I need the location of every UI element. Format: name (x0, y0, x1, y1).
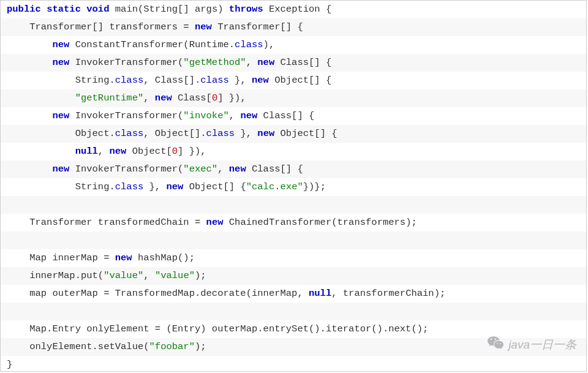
text: ChainedTransformer(transformers); (223, 217, 417, 228)
text: Exception { (269, 4, 331, 15)
code-line: new InvokerTransformer("exec", new Class… (1, 160, 586, 178)
code-line: new InvokerTransformer("getMethod", new … (1, 54, 586, 72)
keyword: void (86, 4, 109, 15)
code-line: null, new Object[0] }), (1, 143, 586, 160)
text: Object[] { (269, 75, 331, 86)
string: "exec" (183, 164, 217, 175)
number: 0 (212, 92, 217, 104)
text: Class[ (172, 92, 212, 104)
keyword: new (240, 110, 257, 121)
code-line: innerMap.put("value", "value"); (1, 267, 586, 285)
code-line (1, 303, 586, 320)
text: , (217, 164, 229, 175)
text: Transformer[] transformers = (29, 21, 195, 32)
text: ] }), (178, 146, 206, 157)
text: InvokerTransformer( (69, 164, 183, 175)
text: Transformer[] { (212, 21, 303, 32)
keyword: new (195, 21, 212, 32)
text: InvokerTransformer( (69, 57, 183, 68)
string: "value" (104, 270, 143, 281)
keyword: new (252, 75, 269, 86)
text: Transformer transformedChain = (29, 217, 206, 228)
text: Object[ (126, 146, 172, 157)
keyword: new (229, 164, 246, 175)
text: InvokerTransformer( (69, 110, 183, 121)
text: , Class[]. (143, 75, 200, 86)
text: }, (235, 128, 257, 139)
code-line: Map.Entry onlyElement = (Entry) outerMap… (1, 320, 586, 338)
class-kw: class (115, 181, 144, 192)
code-line: Map innerMap = new hashMap(); (1, 249, 586, 267)
text: Object[] { (183, 181, 246, 192)
text: map outerMap = TransformedMap.decorate(i… (29, 288, 309, 299)
text: ), (263, 39, 275, 50)
text: , (143, 270, 155, 281)
text: , Object[]. (143, 128, 206, 139)
code-line (1, 232, 586, 249)
text: }, (143, 181, 166, 192)
number: 0 (172, 146, 178, 157)
wechat-icon (488, 336, 503, 353)
code-line: String.class }, new Object[] {"calc.exe"… (1, 178, 586, 196)
string: "calc.exe" (246, 181, 303, 192)
code-line: map outerMap = TransformedMap.decorate(i… (1, 285, 586, 303)
code-block: public static void main(String[] args) t… (0, 0, 587, 372)
text: hashMap(); (132, 252, 195, 263)
text: })}; (303, 181, 326, 192)
class-kw: class (235, 39, 263, 50)
text: , (229, 110, 241, 121)
code-line: Object.class, Object[].class }, new Obje… (1, 125, 586, 143)
text: } (7, 359, 12, 370)
class-kw: class (115, 128, 144, 139)
text: ConstantTransformer(Runtime. (69, 39, 235, 50)
keyword: new (257, 128, 274, 139)
text: Object. (75, 128, 115, 139)
class-kw: class (115, 75, 144, 86)
code-line: } (1, 356, 586, 373)
text: ); (195, 270, 206, 281)
keyword: new (52, 57, 69, 68)
keyword: new (52, 110, 69, 121)
string: "foobar" (149, 341, 195, 352)
text: ); (195, 341, 206, 352)
string: "getMethod" (183, 57, 246, 68)
class-kw: class (206, 128, 235, 139)
watermark: java一日一条 (488, 336, 576, 353)
text: ] }), (217, 92, 246, 104)
keyword: public (7, 4, 41, 15)
text: }, (229, 75, 252, 86)
keyword: new (155, 92, 172, 104)
text: Map.Entry onlyElement = (Entry) outerMap… (29, 323, 428, 334)
keyword: null (309, 288, 331, 299)
keyword: new (52, 164, 69, 175)
text: , (246, 57, 258, 68)
text: String. (75, 75, 115, 86)
keyword: new (166, 181, 183, 192)
text: onlyElement.setValue( (29, 341, 149, 352)
text: Map innerMap = (29, 252, 115, 263)
keyword: throws (229, 4, 263, 15)
string: "getRuntime" (75, 92, 144, 104)
code-line: "getRuntime", new Class[0] }), (1, 89, 586, 107)
text: , (98, 146, 110, 157)
string: "value" (155, 270, 195, 281)
text: Class[] { (246, 164, 303, 175)
keyword: new (109, 146, 126, 157)
keyword: new (257, 57, 274, 68)
text: main(String[] args) (115, 4, 224, 15)
keyword: static (47, 4, 81, 15)
code-line: public static void main(String[] args) t… (1, 1, 586, 18)
keyword: null (75, 146, 98, 157)
code-line (1, 196, 586, 214)
code-line: Transformer[] transformers = new Transfo… (1, 18, 586, 36)
keyword: new (52, 39, 69, 50)
string: "invoke" (183, 110, 228, 121)
code-line: String.class, Class[].class }, new Objec… (1, 72, 586, 89)
text: , (143, 92, 155, 104)
keyword: new (115, 252, 132, 263)
code-line: new InvokerTransformer("invoke", new Cla… (1, 107, 586, 125)
text: innerMap.put( (29, 270, 104, 281)
code-line: Transformer transformedChain = new Chain… (1, 214, 586, 232)
class-kw: class (200, 75, 229, 86)
watermark-text: java一日一条 (508, 337, 576, 353)
